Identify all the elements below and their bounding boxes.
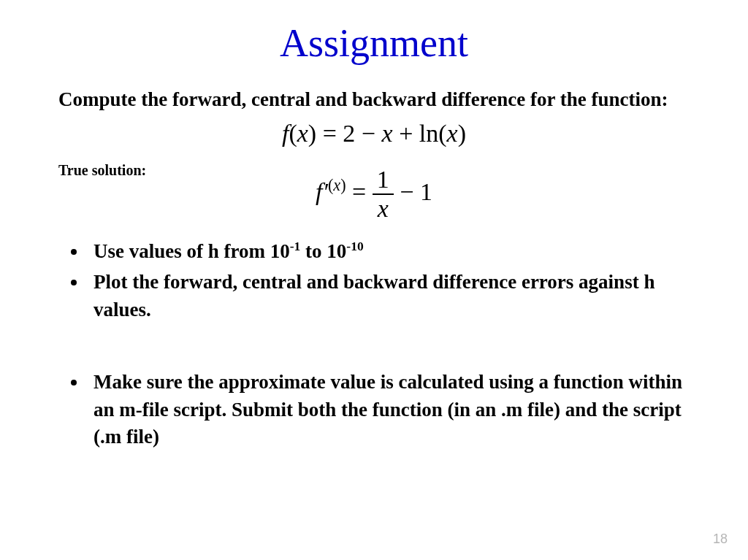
b1-sup1: -1 — [290, 239, 301, 253]
eq1-plus: + — [393, 120, 419, 147]
bullet-list: Use values of h from 10-1 to 10-10 Plot … — [58, 237, 690, 323]
bullet-1: Use values of h from 10-1 to 10-10 — [88, 237, 690, 266]
eq1-ln: ln( — [419, 120, 447, 147]
eq2-sup-close: ) — [340, 177, 346, 195]
eq2-sup: (x) — [328, 177, 346, 195]
eq1-eq: = — [316, 120, 343, 147]
eq2-minus: − — [394, 178, 420, 205]
derivative-equation: f′(x) = 1x − 1 — [58, 166, 690, 223]
eq2-eq: = — [346, 178, 373, 205]
slide-title: Assignment — [58, 20, 690, 66]
page-number: 18 — [713, 532, 728, 547]
eq1-x3: x — [447, 120, 458, 147]
eq1-x2: x — [382, 120, 393, 147]
eq1-x: x — [297, 120, 308, 147]
b1-sup2: -10 — [346, 239, 363, 253]
b1-part-b: to 10 — [300, 240, 346, 262]
eq2-one: 1 — [420, 178, 432, 205]
eq2-den: x — [373, 193, 394, 223]
eq1-two: 2 — [343, 120, 362, 147]
spacer — [58, 344, 690, 363]
eq2-fraction: 1x — [373, 166, 394, 223]
eq1-close2: ) — [458, 120, 466, 147]
bullet-2: Plot the forward, central and backward d… — [88, 269, 690, 324]
eq2-f: f — [316, 178, 322, 205]
bullet-3: Make sure the approximate value is calcu… — [88, 369, 690, 451]
function-equation: f(x) = 2 − x + ln(x) — [58, 120, 690, 147]
bullet-list-2: Make sure the approximate value is calcu… — [58, 369, 690, 451]
b1-part-a: Use values of h from 10 — [94, 240, 290, 262]
eq1-f: f — [282, 120, 289, 147]
eq1-minus: − — [362, 120, 382, 147]
eq1-open: ( — [289, 120, 297, 147]
eq2-prime: ′ — [323, 178, 328, 205]
eq2-num: 1 — [373, 166, 394, 193]
eq2-sup-x: x — [333, 177, 340, 195]
slide-content: Assignment Compute the forward, central … — [0, 0, 748, 560]
intro-text: Compute the forward, central and backwar… — [58, 86, 690, 112]
eq1-close: ) — [308, 120, 316, 147]
